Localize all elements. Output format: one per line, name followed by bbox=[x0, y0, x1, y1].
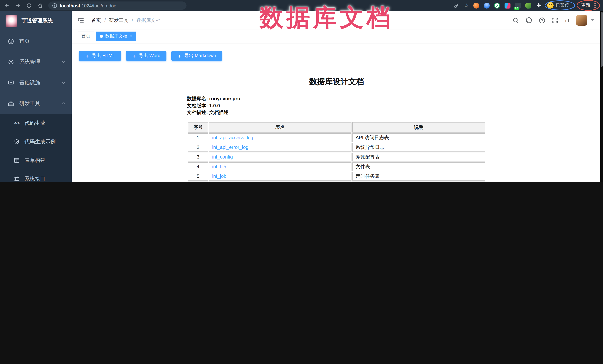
sidebar-item-label: 系统接口 bbox=[24, 176, 45, 182]
row-table-name-cell: inf_api_error_log bbox=[209, 143, 351, 152]
info-icon[interactable] bbox=[52, 3, 57, 8]
extension-icon-orange[interactable] bbox=[473, 2, 479, 8]
form-icon bbox=[13, 157, 20, 163]
row-description: 定时任务日志表 bbox=[352, 181, 485, 182]
extension-icon-green-check[interactable] bbox=[494, 2, 500, 8]
db-doc: 数据库设计文档 数据库名: ruoyi-vue-pro 文档版本: 1.0.0 … bbox=[187, 77, 486, 182]
sidebar-item-label: 首页 bbox=[19, 38, 66, 44]
back-icon[interactable] bbox=[4, 2, 10, 8]
tab-label: 首页 bbox=[81, 33, 90, 39]
row-description: 参数配置表 bbox=[352, 152, 485, 161]
table-row: 1inf_api_access_logAPI 访问日志表 bbox=[188, 133, 485, 142]
collapse-menu-icon[interactable] bbox=[77, 17, 84, 24]
close-icon[interactable]: × bbox=[130, 34, 132, 38]
export-word-button[interactable]: ＋导出 Word bbox=[126, 51, 166, 61]
tags-view-bar: 首页 数据库文档 × bbox=[72, 30, 603, 43]
table-row: 3inf_config参数配置表 bbox=[188, 152, 485, 161]
sidebar-item-codegen-demo[interactable]: 代码生成示例 bbox=[0, 132, 72, 151]
key-icon[interactable] bbox=[453, 2, 459, 8]
table-name-link[interactable]: inf_config bbox=[212, 154, 233, 159]
row-description: 文件表 bbox=[352, 162, 485, 171]
browser-profile-chip[interactable]: 已暂停 bbox=[546, 1, 574, 9]
export-markdown-button[interactable]: ＋导出 Markdown bbox=[171, 51, 222, 61]
sidebar-item-codegen[interactable]: </> 代码生成 bbox=[0, 114, 72, 132]
breadcrumb-devtools[interactable]: 研发工具 bbox=[109, 17, 128, 23]
code-icon: </> bbox=[13, 121, 20, 125]
extension-icon-duotone[interactable] bbox=[505, 2, 510, 8]
table-row: 5inf_job定时任务表 bbox=[188, 172, 485, 181]
sidebar-item-system[interactable]: 系统管理 bbox=[0, 52, 72, 72]
tab-db-doc[interactable]: 数据库文档 × bbox=[96, 31, 136, 41]
chevron-up-icon bbox=[61, 101, 66, 106]
table-name-link[interactable]: inf_api_error_log bbox=[212, 144, 248, 150]
col-header-desc: 说明 bbox=[352, 122, 485, 132]
profile-emoji-icon bbox=[547, 2, 554, 9]
sidebar-item-api[interactable]: 系统接口 bbox=[0, 170, 72, 182]
avatar-caret-icon[interactable] bbox=[591, 19, 594, 21]
export-html-button[interactable]: ＋导出 HTML bbox=[79, 51, 121, 61]
breadcrumb-current: 数据库文档 bbox=[137, 17, 161, 23]
extension-icon-green-leaf[interactable] bbox=[525, 2, 531, 8]
row-table-name-cell: inf_config bbox=[209, 152, 351, 161]
url-path: :1024/tool/db-doc bbox=[80, 3, 116, 8]
font-size-icon[interactable]: TT bbox=[565, 17, 570, 23]
plus-icon: ＋ bbox=[177, 53, 182, 59]
browser-menu-icon[interactable] bbox=[594, 3, 596, 8]
active-dot-icon bbox=[100, 35, 103, 38]
forward-icon[interactable] bbox=[15, 2, 21, 8]
row-description: 定时任务表 bbox=[352, 172, 485, 181]
sidebar: 芋道管理系统 首页 系统管理 基础设施 研发工具 </> 代码生成 bbox=[0, 11, 72, 182]
page-content: ＋导出 HTML ＋导出 Word ＋导出 Markdown 数据库设计文档 数… bbox=[72, 43, 603, 182]
sidebar-item-label: 代码生成 bbox=[24, 120, 45, 127]
scrollbar-thumb[interactable] bbox=[601, 12, 603, 67]
table-row: 6inf_job_log定时任务日志表 bbox=[188, 181, 485, 182]
sidebar-item-infra[interactable]: 基础设施 bbox=[0, 72, 72, 93]
update-button[interactable]: 更新 bbox=[581, 2, 590, 9]
row-table-name-cell: inf_file bbox=[209, 162, 351, 171]
col-header-index: 序号 bbox=[188, 122, 208, 132]
screenshot-stage: localhost:1024/tool/db-doc ☆ on 已暂停 更新 bbox=[0, 0, 603, 182]
row-index: 6 bbox=[188, 181, 208, 182]
url-text[interactable]: localhost:1024/tool/db-doc bbox=[60, 2, 116, 9]
row-table-name-cell: inf_api_access_log bbox=[209, 133, 351, 142]
row-index: 1 bbox=[188, 133, 208, 142]
github-icon[interactable] bbox=[525, 17, 533, 24]
table-name-link[interactable]: inf_job bbox=[212, 173, 226, 179]
home-icon[interactable] bbox=[37, 2, 43, 8]
breadcrumb-home[interactable]: 首页 bbox=[91, 17, 101, 23]
tab-home[interactable]: 首页 bbox=[78, 31, 94, 41]
table-name-link[interactable]: inf_file bbox=[212, 164, 226, 169]
sidebar-submenu-devtools: </> 代码生成 代码生成示例 表单构建 系统接口 数据库文档 bbox=[0, 114, 72, 182]
help-icon[interactable] bbox=[539, 17, 545, 23]
doc-info-line: 文档描述: 文档描述 bbox=[187, 109, 486, 116]
search-icon[interactable] bbox=[512, 17, 519, 23]
page-scrollbar[interactable] bbox=[600, 11, 603, 182]
sidebar-item-form-builder[interactable]: 表单构建 bbox=[0, 151, 72, 170]
toolbox-icon bbox=[7, 100, 14, 107]
reload-icon[interactable] bbox=[26, 2, 32, 8]
url-bar[interactable]: localhost:1024/tool/db-doc bbox=[48, 1, 186, 10]
table-overview: 序号 表名 说明 1inf_api_access_logAPI 访问日志表2in… bbox=[187, 121, 486, 182]
table-name-link[interactable]: inf_api_access_log bbox=[212, 134, 253, 140]
row-table-name-cell: inf_job_log bbox=[209, 181, 351, 182]
row-table-name-cell: inf_job bbox=[209, 172, 351, 181]
extensions-puzzle-icon[interactable] bbox=[536, 2, 542, 8]
sidebar-item-home[interactable]: 首页 bbox=[0, 31, 72, 52]
doc-info-line: 文档版本: 1.0.0 bbox=[187, 102, 486, 109]
table-row: 4inf_file文件表 bbox=[188, 162, 485, 171]
col-header-name: 表名 bbox=[209, 122, 351, 132]
app-title: 芋道管理系统 bbox=[22, 17, 53, 24]
extension-icon-blue-pin[interactable] bbox=[484, 2, 490, 8]
sidebar-item-devtools[interactable]: 研发工具 bbox=[0, 93, 72, 114]
breadcrumb-separator: / bbox=[104, 17, 106, 23]
row-index: 5 bbox=[188, 172, 208, 181]
chevron-down-icon bbox=[61, 60, 66, 64]
browser-toolbar-right: ☆ on 已暂停 更新 bbox=[453, 0, 600, 11]
extension-icon-proxy-on[interactable]: on bbox=[515, 2, 521, 8]
user-avatar[interactable] bbox=[576, 15, 587, 26]
doc-info-line: 数据库名: ruoyi-vue-pro bbox=[187, 95, 486, 102]
tab-label: 数据库文档 bbox=[105, 33, 128, 39]
doc-title: 数据库设计文档 bbox=[187, 77, 486, 87]
fullscreen-icon[interactable] bbox=[552, 17, 558, 23]
bookmark-star-icon[interactable]: ☆ bbox=[464, 3, 469, 8]
